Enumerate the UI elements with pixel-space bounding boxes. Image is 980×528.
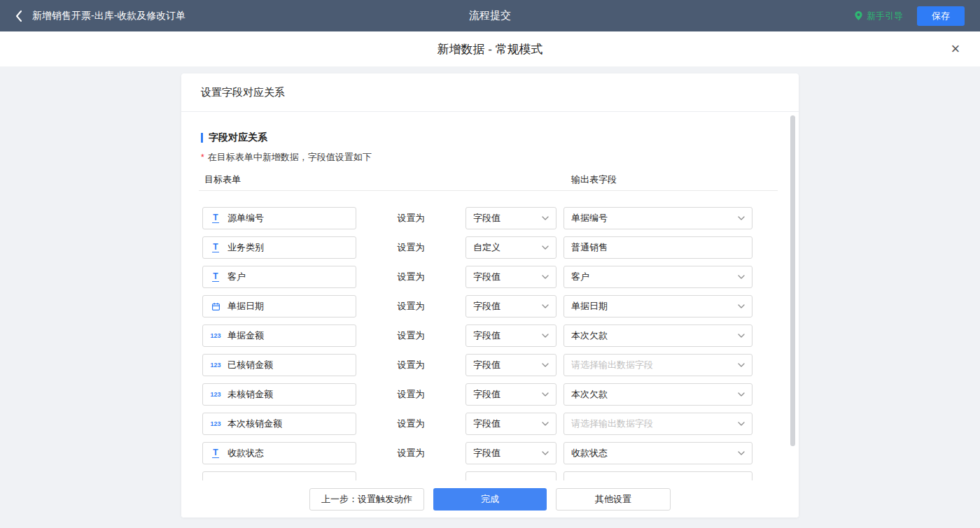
set-as-label: 设置为 [356, 241, 465, 254]
number-field-icon: 123 [210, 420, 221, 427]
chevron-down-icon [738, 216, 745, 220]
done-button[interactable]: 完成 [433, 488, 547, 511]
section-accent-bar [201, 133, 203, 143]
target-field-label: 源单编号 [227, 212, 264, 224]
target-field-box: T源单编号 [202, 207, 356, 229]
target-field-label: 业务类别 [227, 241, 264, 254]
prev-step-button[interactable]: 上一步：设置触发动作 [309, 488, 424, 511]
text-field-icon: T [210, 272, 221, 282]
output-field-select[interactable]: 普通销售 [564, 236, 752, 259]
scrollbar[interactable] [790, 115, 795, 446]
output-field-select[interactable]: 请选择输出数据字段 [564, 413, 752, 435]
text-field-icon: T [210, 213, 221, 223]
card-footer: 上一步：设置触发动作 完成 其他设置 [181, 480, 799, 518]
target-field-box [202, 471, 356, 480]
topbar-right: 新手引导 保存 [854, 6, 965, 26]
field-mapping-row: 123未核销金额设置为字段值本次欠款 [202, 383, 799, 406]
number-field-icon: 123 [210, 362, 221, 369]
output-field-select[interactable]: 客户 [564, 266, 752, 288]
chevron-down-icon [738, 392, 745, 397]
set-as-label: 设置为 [356, 271, 465, 283]
field-mapping-row: 单据日期设置为字段值单据日期 [202, 295, 799, 317]
save-button[interactable]: 保存 [917, 6, 965, 26]
section-note: * 在目标表单中新增数据，字段值设置如下 [201, 151, 799, 164]
back-button[interactable] [15, 10, 22, 22]
value-mode-select[interactable]: 字段值 [465, 295, 556, 317]
number-field-icon: 123 [210, 391, 221, 398]
section-note-text: 在目标表单中新增数据，字段值设置如下 [208, 151, 372, 164]
required-mark: * [201, 152, 204, 162]
chevron-down-icon [542, 363, 549, 367]
value-mode-select[interactable]: 字段值 [465, 207, 556, 229]
field-mapping-row: T业务类别设置为自定义普通销售 [202, 236, 799, 259]
target-field-label: 已核销金额 [227, 359, 273, 371]
target-field-box: 单据日期 [202, 295, 356, 317]
other-settings-button[interactable]: 其他设置 [556, 488, 671, 511]
field-mapping-row-partial [202, 471, 799, 480]
field-mapping-row: T源单编号设置为字段值单据编号 [202, 207, 799, 229]
value-mode-select[interactable]: 字段值 [465, 266, 556, 288]
modal-title: 新增数据 - 常规模式 [0, 31, 980, 66]
chevron-down-icon [542, 334, 549, 338]
beginner-guide-link[interactable]: 新手引导 [854, 10, 903, 22]
field-mapping-rows: T源单编号设置为字段值单据编号T业务类别设置为自定义普通销售T客户设置为字段值客… [202, 207, 799, 480]
date-field-icon [210, 302, 221, 311]
section-title: 字段对应关系 [209, 131, 267, 144]
chevron-down-icon [738, 363, 745, 367]
value-mode-select[interactable]: 字段值 [465, 383, 556, 406]
set-as-label: 设置为 [356, 359, 465, 371]
card-header-title: 设置字段对应关系 [181, 73, 799, 112]
chevron-down-icon [542, 451, 549, 455]
value-mode-select[interactable] [465, 471, 556, 480]
output-field-select[interactable] [564, 471, 752, 480]
chevron-down-icon [542, 392, 549, 397]
target-field-label: 单据金额 [227, 329, 264, 342]
target-field-label: 未核销金额 [227, 388, 273, 401]
output-field-select[interactable]: 收款状态 [564, 442, 752, 464]
location-pin-icon [854, 10, 863, 21]
field-mapping-card: 设置字段对应关系 字段对应关系 * 在目标表单中新增数据，字段值设置如下 目标表… [181, 73, 799, 518]
text-field-icon: T [210, 448, 221, 458]
chevron-down-icon [542, 245, 549, 250]
set-as-label: 设置为 [356, 447, 465, 459]
output-field-select[interactable]: 请选择输出数据字段 [564, 354, 752, 376]
output-field-select[interactable]: 单据编号 [564, 207, 752, 229]
set-as-label: 设置为 [356, 300, 465, 313]
divider [199, 190, 778, 191]
beginner-guide-label: 新手引导 [867, 10, 903, 22]
target-field-box: T业务类别 [202, 236, 356, 259]
target-field-box: 123单据金额 [202, 324, 356, 347]
chevron-down-icon [738, 275, 745, 279]
set-as-label: 设置为 [356, 212, 465, 224]
target-field-label: 客户 [227, 271, 246, 283]
value-mode-select[interactable]: 字段值 [465, 324, 556, 347]
column-headers: 目标表单 输出表字段 [204, 173, 799, 186]
output-field-select[interactable]: 本次欠款 [564, 383, 752, 406]
field-mapping-row: 123已核销金额设置为字段值请选择输出数据字段 [202, 354, 799, 376]
target-field-box: T客户 [202, 266, 356, 288]
value-mode-select[interactable]: 字段值 [465, 354, 556, 376]
column-header-target-form: 目标表单 [204, 174, 241, 185]
close-icon[interactable]: × [945, 38, 966, 59]
value-mode-select[interactable]: 字段值 [465, 442, 556, 464]
chevron-down-icon [542, 304, 549, 308]
chevron-down-icon [542, 216, 549, 220]
output-field-select[interactable]: 单据日期 [564, 295, 752, 317]
chevron-down-icon [738, 334, 745, 338]
value-mode-select[interactable]: 字段值 [465, 413, 556, 435]
top-bar: 新增销售开票-出库-收款及修改订单 流程提交 新手引导 保存 [0, 0, 980, 31]
card-content: 字段对应关系 * 在目标表单中新增数据，字段值设置如下 目标表单 输出表字段 T… [181, 112, 799, 480]
field-mapping-row: T收款状态设置为字段值收款状态 [202, 442, 799, 464]
text-field-icon: T [210, 243, 221, 252]
value-mode-select[interactable]: 自定义 [465, 236, 556, 259]
output-field-select[interactable]: 本次欠款 [564, 324, 752, 347]
target-field-label: 收款状态 [227, 447, 264, 459]
chevron-down-icon [738, 422, 745, 426]
target-field-label: 本次核销金额 [227, 418, 282, 430]
chevron-down-icon [542, 422, 549, 426]
workflow-title: 新增销售开票-出库-收款及修改订单 [32, 10, 186, 22]
set-as-label: 设置为 [356, 418, 465, 430]
set-as-label: 设置为 [356, 329, 465, 342]
target-field-box: T收款状态 [202, 442, 356, 464]
field-mapping-row: 123单据金额设置为字段值本次欠款 [202, 324, 799, 347]
